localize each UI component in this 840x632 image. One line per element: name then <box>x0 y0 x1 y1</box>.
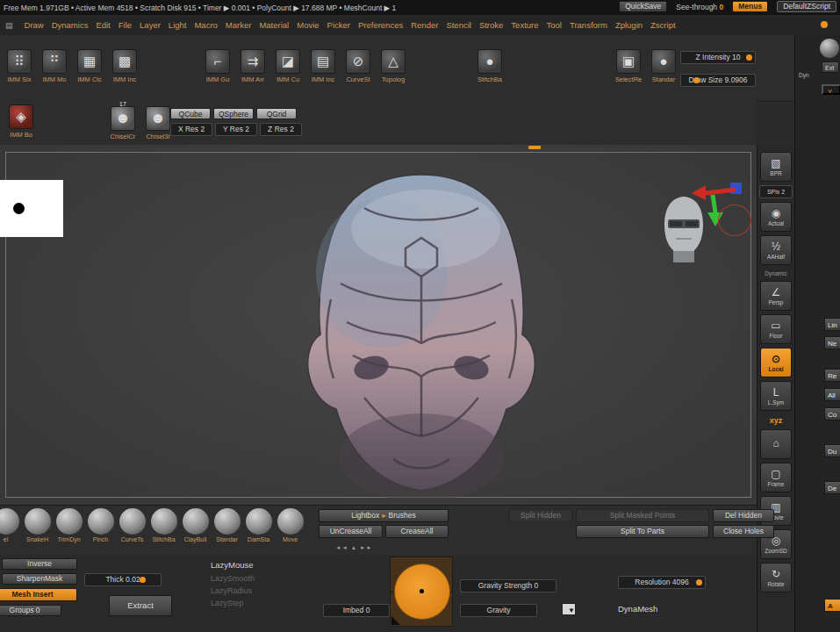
menu-item[interactable]: Dynamics <box>48 20 92 30</box>
menu-item[interactable]: Zplugin <box>612 20 646 30</box>
menus-button[interactable]: Menus <box>732 1 768 12</box>
slider-handle[interactable] <box>696 579 702 585</box>
tray-button[interactable]: Co <box>824 407 840 420</box>
menu-item[interactable]: Material <box>255 20 292 30</box>
tray-button[interactable]: De <box>824 481 840 494</box>
imm-bo-tool[interactable]: ◈ IMM Bo <box>5 104 37 139</box>
menu-item[interactable]: File <box>115 20 135 30</box>
thick-slider[interactable]: Thick 0.02 <box>84 573 162 586</box>
mask-button[interactable]: Groups 0 <box>0 605 61 616</box>
split-to-parts-button[interactable]: Split To Parts <box>576 525 709 538</box>
tray-button[interactable]: All <box>824 388 840 401</box>
resolution-slider[interactable]: Resolution 4096 <box>618 576 706 589</box>
shelf-button[interactable]: ½ AAHalf <box>760 235 792 265</box>
split-masked-points-button[interactable]: Split Masked Points <box>576 509 709 522</box>
brush-tool[interactable]: △ Topolog <box>377 49 409 83</box>
default-zscript-button[interactable]: DefaultZScript <box>777 1 836 12</box>
menu-item[interactable]: Stencil <box>442 20 475 30</box>
imbed-slider[interactable]: Imbed 0 <box>323 604 390 617</box>
slider-handle[interactable] <box>693 77 700 83</box>
brush-tool[interactable]: ● StitchBa <box>474 49 506 83</box>
shelf-button[interactable]: ⊙ Local <box>760 348 792 377</box>
lightbox-brushes-button[interactable]: Lightbox▸Brushes <box>319 509 449 522</box>
brush-thumbnail[interactable]: Move <box>276 508 305 542</box>
menu-item[interactable]: Layer <box>136 20 164 30</box>
brush-tool[interactable]: ▤ IMM Inc <box>307 49 339 83</box>
shelf-button[interactable]: xyz <box>760 414 792 426</box>
z-intensity-slider[interactable]: Z Intensity 10 <box>680 51 756 64</box>
slider-handle[interactable] <box>746 54 752 61</box>
tray-tab[interactable]: Y T <box>822 84 840 95</box>
brush-thumbnail[interactable]: StitchBa <box>149 508 178 542</box>
brush-tool[interactable]: ⊘ CurveSt <box>342 49 374 83</box>
brush-tool[interactable]: ⇉ IMM Arr <box>237 49 269 83</box>
strip-scroll-arrows[interactable]: ◄◄ ▲ ►► <box>335 544 373 550</box>
shelf-button[interactable]: ▢ Frame <box>760 463 792 492</box>
split-hidden-button[interactable]: Split Hidden <box>509 509 572 522</box>
menu-item[interactable]: Zscript <box>647 20 679 30</box>
brush-tool[interactable]: ● Standar <box>648 49 679 83</box>
del-hidden-button[interactable]: Del Hidden <box>713 509 774 522</box>
shelf-button[interactable]: SPix 2 <box>759 185 793 198</box>
draw-size-preview[interactable] <box>390 557 453 627</box>
menu-item[interactable]: Picker <box>324 20 354 30</box>
see-through-control[interactable]: See-through 0 <box>676 3 723 11</box>
export-button[interactable]: Ext <box>822 61 839 73</box>
gravity-strength-slider[interactable]: Gravity Strength 0 <box>460 579 556 592</box>
brush-tool[interactable]: ▦ IMM Clc <box>74 49 105 83</box>
brush-tool[interactable]: ⌐ IMM Gu <box>202 49 233 83</box>
menu-item[interactable]: Transform <box>566 20 611 30</box>
brush-tool[interactable]: ⠿ IMM Six <box>4 49 35 83</box>
material-sphere-icon[interactable] <box>820 39 839 58</box>
brush-tool[interactable]: ▩ IMM Inc <box>109 49 140 83</box>
shelf-button[interactable]: ▧ BPR <box>760 152 792 182</box>
shelf-button[interactable]: ∠ Persp <box>760 281 792 311</box>
draw-size-slider[interactable]: Draw Size 9.0906 <box>680 74 756 87</box>
brush-thumbnail[interactable]: Standar <box>212 508 241 542</box>
close-holes-button[interactable]: Close Holes <box>713 525 774 538</box>
mask-button[interactable]: SharpenMask <box>2 573 77 585</box>
shelf-button[interactable]: ⌂ <box>760 429 792 459</box>
menu-item[interactable]: Light <box>165 20 190 30</box>
brush-tool[interactable]: ◪ IMM Cu <box>272 49 304 83</box>
mask-button[interactable]: Mesh Insert <box>0 588 77 601</box>
lazymouse-label[interactable]: LazyMouse <box>211 560 254 570</box>
brush-tool[interactable]: ▣ SelectRe <box>613 49 644 83</box>
gravity-button[interactable]: Gravity <box>460 604 537 617</box>
chisel-tool[interactable]: ☻ ChiselCr <box>107 106 139 140</box>
menu-item[interactable]: Marker <box>222 20 255 30</box>
res-slider[interactable]: X Res 2 <box>170 123 212 136</box>
brush-thumbnail[interactable]: SnakeH <box>23 508 52 542</box>
uncrease-all-button[interactable]: UnCreaseAll <box>319 525 383 538</box>
sculpt-model[interactable] <box>281 168 562 498</box>
brush-thumbnail[interactable]: CurveTs <box>118 508 147 542</box>
menu-item[interactable]: Render <box>407 20 442 30</box>
menu-item[interactable]: Tool <box>543 20 565 30</box>
viewport-canvas[interactable] <box>0 145 757 505</box>
primitive-button[interactable]: QSphere <box>213 108 254 119</box>
res-slider[interactable]: Y Res 2 <box>215 123 257 136</box>
dynamesh-button[interactable]: DynaMesh <box>618 604 657 614</box>
menu-item[interactable]: Macro <box>190 20 220 30</box>
menu-item[interactable]: Movie <box>293 20 322 30</box>
menu-item[interactable]: Stroke <box>476 20 506 30</box>
lazymouse-option[interactable]: LazySmooth <box>211 574 255 583</box>
shelf-button[interactable]: ↻ Rotate <box>760 563 792 592</box>
primitive-button[interactable]: QGrid <box>256 108 297 119</box>
brush-tool[interactable]: ⠛ IMM Mo <box>39 49 70 83</box>
gravity-stepper[interactable]: ▼ <box>562 603 576 615</box>
chisel-tool[interactable]: ☻ Chisel3I <box>142 106 174 140</box>
tray-button[interactable]: Du <box>824 444 840 457</box>
divider-handle[interactable] <box>528 146 541 149</box>
menu-item[interactable]: Preferences <box>355 20 406 30</box>
tray-button[interactable]: Ne <box>824 336 840 349</box>
brush-thumbnail[interactable]: Pinch <box>86 508 115 542</box>
menu-item[interactable]: Texture <box>507 20 542 30</box>
lazymouse-option[interactable]: LazyRadius <box>211 586 255 595</box>
primitive-button[interactable]: QCube <box>170 108 211 119</box>
color-swatch-icon[interactable] <box>821 21 828 28</box>
shelf-button[interactable]: Dynamic <box>760 269 792 277</box>
res-slider[interactable]: Z Res 2 <box>260 123 302 136</box>
shelf-button[interactable]: ▭ Floor <box>760 314 792 344</box>
mask-button[interactable]: Inverse <box>2 558 77 570</box>
